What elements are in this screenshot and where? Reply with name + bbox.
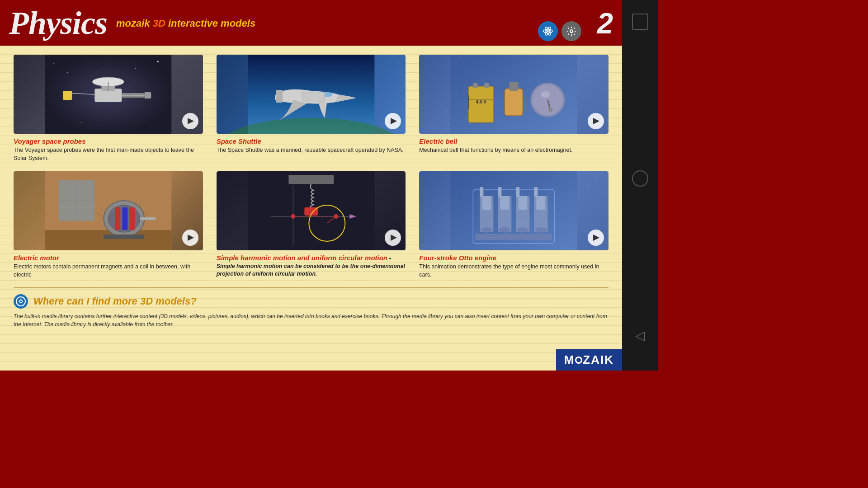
logo-text: MZAIK xyxy=(564,353,614,367)
find-more-desc: The built-in media library contains furt… xyxy=(14,312,609,328)
svg-rect-83 xyxy=(534,187,538,197)
svg-rect-51 xyxy=(129,207,135,230)
card-bell-title: Electric bell xyxy=(419,137,609,145)
card-motor: Electric motor Electric motors contain p… xyxy=(14,171,203,279)
svg-rect-33 xyxy=(505,89,523,116)
motor-svg xyxy=(14,171,203,250)
svg-point-17 xyxy=(67,72,68,73)
find-more-icon xyxy=(14,294,28,309)
svg-rect-77 xyxy=(537,196,546,210)
find-more-title: Where can I find more 3D models? xyxy=(33,296,197,307)
voyager-svg xyxy=(14,55,203,134)
footer-logo: MZAIK xyxy=(556,349,622,371)
svg-point-4 xyxy=(570,30,573,33)
svg-rect-25 xyxy=(302,92,325,101)
card-harmonic: Simple harmonic motion and uniform circu… xyxy=(217,171,406,279)
play-icon xyxy=(188,235,194,241)
svg-point-3 xyxy=(547,30,549,32)
harmonic-svg xyxy=(217,171,406,250)
atom-button[interactable] xyxy=(538,21,558,41)
svg-point-37 xyxy=(541,91,550,98)
android-back-button[interactable]: ◁ xyxy=(632,327,648,343)
svg-rect-55 xyxy=(288,175,334,184)
svg-rect-80 xyxy=(480,187,484,197)
svg-point-20 xyxy=(80,122,81,123)
svg-point-72 xyxy=(499,227,511,233)
svg-rect-12 xyxy=(63,91,72,100)
svg-point-84 xyxy=(16,297,25,306)
cards-grid: Voyager space probes The Voyager space p… xyxy=(14,55,609,279)
svg-rect-71 xyxy=(500,196,509,210)
android-home-button[interactable] xyxy=(632,170,648,187)
card-shuttle-title: Space Shuttle xyxy=(217,137,406,145)
svg-point-39 xyxy=(548,108,553,112)
svg-rect-49 xyxy=(115,207,120,230)
svg-point-19 xyxy=(157,61,159,62)
card-motor-title: Electric motor xyxy=(14,254,203,262)
card-shuttle-desc: The Space Shuttle was a manned, reusable… xyxy=(217,146,406,155)
shuttle-svg xyxy=(217,55,406,134)
svg-point-78 xyxy=(535,227,547,233)
play-icon xyxy=(593,235,599,241)
content-area: Voyager space probes The Voyager space p… xyxy=(0,46,622,371)
svg-point-16 xyxy=(53,63,54,64)
svg-rect-81 xyxy=(498,187,502,197)
card-harmonic-title: Simple harmonic motion and uniform circu… xyxy=(217,254,406,277)
header-icons xyxy=(538,21,581,41)
svg-rect-41 xyxy=(45,230,171,250)
find-more-section: Where can I find more 3D models? The bui… xyxy=(14,287,609,328)
play-icon xyxy=(391,118,397,124)
svg-rect-74 xyxy=(519,196,528,210)
card-bell-desc: Mechanical bell that functions by means … xyxy=(419,146,609,155)
card-voyager: Voyager space probes The Voyager space p… xyxy=(14,55,203,162)
svg-rect-29 xyxy=(485,83,489,88)
svg-rect-79 xyxy=(476,234,552,240)
find-more-row: Where can I find more 3D models? xyxy=(14,294,609,309)
page-title: Physics xyxy=(9,5,107,42)
card-motor-image[interactable] xyxy=(14,171,203,250)
card-shuttle-image[interactable] xyxy=(217,55,406,134)
play-button-engine[interactable] xyxy=(588,230,604,246)
svg-rect-28 xyxy=(473,83,478,88)
gear-icon xyxy=(566,26,577,37)
card-harmonic-image[interactable] xyxy=(217,171,406,250)
card-voyager-image[interactable] xyxy=(14,55,203,134)
subtitle: mozaik 3D interactive models xyxy=(116,18,255,29)
svg-point-69 xyxy=(481,227,493,233)
card-motor-desc: Electric motors contain permanent magnet… xyxy=(14,263,203,279)
card-bell-image[interactable]: 4,5 V xyxy=(419,55,609,134)
play-button-voyager[interactable] xyxy=(182,113,198,129)
svg-point-64 xyxy=(291,214,295,219)
android-navbar: ◁ xyxy=(622,0,658,371)
subtitle-mozaik: mozaik xyxy=(116,18,150,29)
subtitle-3d: 3D xyxy=(150,18,168,29)
settings-button[interactable] xyxy=(561,21,581,41)
svg-text:4,5 V: 4,5 V xyxy=(476,99,487,104)
svg-point-85 xyxy=(20,299,22,300)
card-bell: 4,5 V xyxy=(419,55,609,162)
svg-rect-82 xyxy=(516,187,520,197)
card-voyager-desc: The Voyager space probes were the first … xyxy=(14,146,203,162)
svg-rect-23 xyxy=(276,90,283,103)
bell-svg: 4,5 V xyxy=(419,55,609,134)
play-button-bell[interactable] xyxy=(588,113,604,129)
svg-rect-53 xyxy=(104,235,144,239)
card-voyager-title: Voyager space probes xyxy=(14,137,203,145)
header: Physics mozaik 3D interactive models xyxy=(0,0,622,46)
subtitle-rest: interactive models xyxy=(168,18,255,29)
header-left: Physics mozaik 3D interactive models xyxy=(9,5,255,42)
svg-rect-27 xyxy=(469,86,494,122)
engine-svg xyxy=(419,171,609,250)
svg-rect-68 xyxy=(482,196,491,210)
card-engine-title: Four-stroke Otto engine xyxy=(419,254,609,262)
card-shuttle: Space Shuttle The Space Shuttle was a ma… xyxy=(217,55,406,162)
svg-rect-15 xyxy=(144,92,151,99)
play-button-motor[interactable] xyxy=(182,230,198,246)
card-engine-image[interactable] xyxy=(419,171,609,250)
svg-rect-50 xyxy=(122,207,127,230)
play-icon xyxy=(188,118,194,124)
android-square-button[interactable] xyxy=(632,14,648,30)
svg-point-18 xyxy=(135,68,136,69)
play-icon xyxy=(391,235,397,241)
page-number: 2 xyxy=(597,7,613,40)
